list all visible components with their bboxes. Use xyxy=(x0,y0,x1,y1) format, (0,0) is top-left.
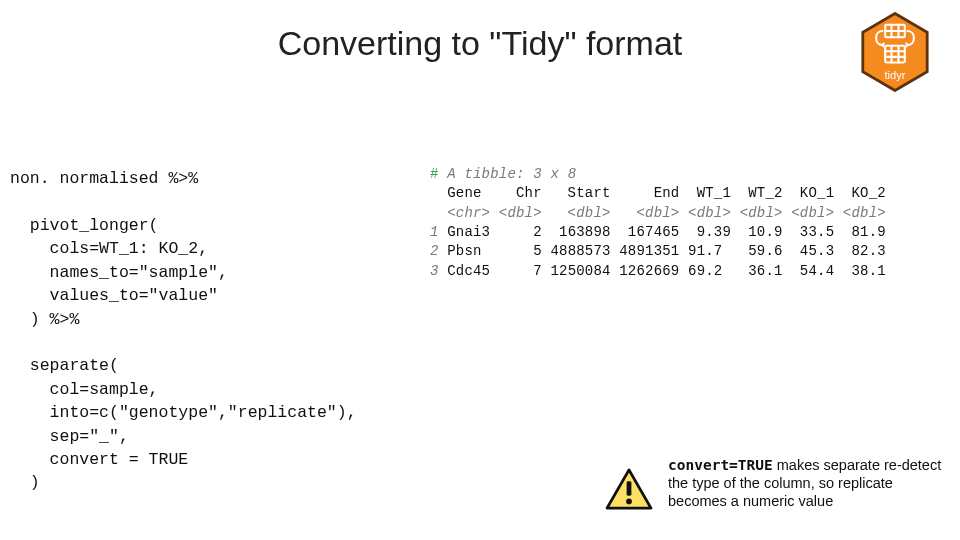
svg-point-12 xyxy=(626,499,632,505)
code-line: values_to="value" xyxy=(10,286,218,305)
tibble-row: Cdc45 7 1250084 1262669 69.2 36.1 54.4 3… xyxy=(439,263,886,279)
tibble-output: # A tibble: 3 x 8 Gene Chr Start End WT_… xyxy=(430,165,886,281)
code-line: ) xyxy=(10,473,40,492)
warning-icon xyxy=(605,468,653,510)
tibble-row: Gnai3 2 163898 167465 9.39 10.9 33.5 81.… xyxy=(439,224,886,240)
svg-rect-11 xyxy=(627,481,632,495)
code-line: names_to="sample", xyxy=(10,263,228,282)
tibble-row: Pbsn 5 4888573 4891351 91.7 59.6 45.3 82… xyxy=(439,243,886,259)
r-code-block: non. normalised %>% pivot_longer( cols=W… xyxy=(10,167,357,495)
tibble-header: A tibble: 3 x 8 xyxy=(439,166,577,182)
tibble-cols: Gene Chr Start End WT_1 WT_2 KO_1 KO_2 xyxy=(430,185,886,201)
tibble-hash: # xyxy=(430,166,439,182)
code-line: sep="_", xyxy=(10,427,129,446)
code-line: convert = TRUE xyxy=(10,450,188,469)
tibble-rownum: 3 xyxy=(430,263,439,279)
tibble-types: <chr> <dbl> <dbl> <dbl> <dbl> <dbl> <dbl… xyxy=(430,205,886,221)
slide-title: Converting to "Tidy" format xyxy=(0,24,960,63)
code-line: into=c("genotype","replicate"), xyxy=(10,403,357,422)
tibble-rownum: 1 xyxy=(430,224,439,240)
footnote: convert=TRUE makes separate re-detect th… xyxy=(668,456,948,510)
code-line: col=sample, xyxy=(10,380,159,399)
logo-text: tidyr xyxy=(884,69,905,81)
code-line: pivot_longer( xyxy=(10,216,159,235)
code-line: cols=WT_1: KO_2, xyxy=(10,239,208,258)
footnote-code: convert=TRUE xyxy=(668,457,773,473)
code-line: non. normalised %>% xyxy=(10,169,198,188)
code-line: separate( xyxy=(10,356,119,375)
code-line: ) %>% xyxy=(10,310,79,329)
tidyr-hex-logo: tidyr xyxy=(860,12,930,92)
tibble-rownum: 2 xyxy=(430,243,439,259)
